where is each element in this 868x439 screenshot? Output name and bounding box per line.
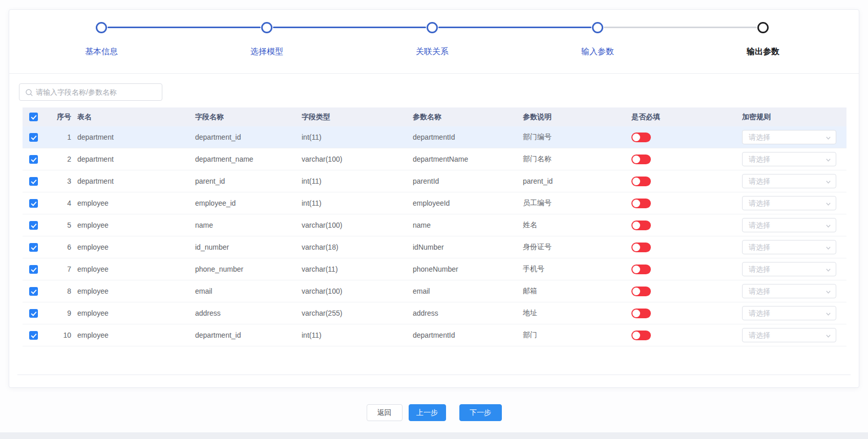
step-circle-icon <box>427 22 438 33</box>
cell-param-name: phoneNumber <box>413 265 523 273</box>
step-circle-icon <box>592 22 603 33</box>
select-all-checkbox[interactable] <box>29 113 38 121</box>
chevron-down-icon <box>825 179 831 185</box>
cell-param-desc: parent_id <box>523 177 631 185</box>
col-header-index: 序号 <box>53 113 77 122</box>
chevron-down-icon <box>825 201 831 207</box>
required-toggle[interactable] <box>631 221 651 230</box>
cell-table-name: employee <box>77 221 195 229</box>
row-checkbox[interactable] <box>29 155 38 164</box>
required-toggle[interactable] <box>631 133 651 142</box>
cell-field-name: name <box>195 221 302 229</box>
select-placeholder: 请选择 <box>749 287 770 296</box>
cell-table-name: employee <box>77 331 195 339</box>
page: 基本信息选择模型关联关系输入参数输出参数 序号 表名 字段名称 字段类型 参数名… <box>0 0 868 439</box>
required-toggle[interactable] <box>631 155 651 164</box>
encrypt-rule-select[interactable]: 请选择 <box>742 262 836 276</box>
cell-field-name: employee_id <box>195 199 302 207</box>
required-toggle[interactable] <box>631 199 651 208</box>
required-toggle[interactable] <box>631 243 651 252</box>
encrypt-rule-select[interactable]: 请选择 <box>742 196 836 210</box>
step-label: 关联关系 <box>401 47 463 57</box>
cell-index: 3 <box>53 177 77 185</box>
encrypt-rule-select[interactable]: 请选择 <box>742 152 836 166</box>
row-checkbox[interactable] <box>29 177 38 186</box>
table-row: 8employeeemailvarchar(100)email邮箱请选择 <box>23 280 846 302</box>
encrypt-rule-select[interactable]: 请选择 <box>742 240 836 254</box>
cell-param-name: name <box>413 221 523 229</box>
wizard-card: 基本信息选择模型关联关系输入参数输出参数 序号 表名 字段名称 字段类型 参数名… <box>9 9 859 388</box>
cell-field-name: id_number <box>195 243 302 251</box>
row-checkbox[interactable] <box>29 287 38 296</box>
cell-index: 1 <box>53 133 77 141</box>
select-placeholder: 请选择 <box>749 133 770 142</box>
cell-table-name: employee <box>77 287 195 295</box>
search-input[interactable] <box>36 84 159 100</box>
cell-table-name: department <box>77 133 195 141</box>
back-button[interactable]: 返回 <box>367 404 403 421</box>
cell-param-name: address <box>413 309 523 317</box>
previous-step-button[interactable]: 上一步 <box>409 404 446 421</box>
table-header-row: 序号 表名 字段名称 字段类型 参数名称 参数说明 是否必填 加密规则 <box>23 107 846 126</box>
row-checkbox[interactable] <box>29 309 38 318</box>
cell-param-name: employeeId <box>413 199 523 207</box>
select-placeholder: 请选择 <box>749 265 770 274</box>
encrypt-rule-select[interactable]: 请选择 <box>742 174 836 188</box>
cell-param-name: parentId <box>413 177 523 185</box>
next-step-button[interactable]: 下一步 <box>459 404 502 421</box>
select-placeholder: 请选择 <box>749 243 770 252</box>
chevron-down-icon <box>825 157 831 163</box>
cell-table-name: employee <box>77 243 195 251</box>
cell-field-type: varchar(18) <box>302 243 413 251</box>
required-toggle[interactable] <box>631 309 651 318</box>
required-toggle[interactable] <box>631 265 651 274</box>
step-connector <box>604 27 757 28</box>
row-checkbox[interactable] <box>29 133 38 142</box>
row-checkbox[interactable] <box>29 243 38 252</box>
cell-table-name: department <box>77 177 195 185</box>
required-toggle[interactable] <box>631 177 651 186</box>
row-checkbox[interactable] <box>29 265 38 274</box>
cell-field-type: int(11) <box>302 199 413 207</box>
select-placeholder: 请选择 <box>749 331 770 340</box>
cell-field-name: department_name <box>195 155 302 163</box>
encrypt-rule-select[interactable]: 请选择 <box>742 130 836 144</box>
chevron-down-icon <box>825 245 831 251</box>
table-row: 1departmentdepartment_idint(11)departmen… <box>23 126 846 148</box>
chevron-down-icon <box>825 223 831 229</box>
encrypt-rule-select[interactable]: 请选择 <box>742 218 836 232</box>
row-checkbox[interactable] <box>29 221 38 230</box>
col-header-param-desc: 参数说明 <box>523 113 631 122</box>
cell-index: 2 <box>53 155 77 163</box>
cell-field-name: department_id <box>195 331 302 339</box>
cell-field-type: int(11) <box>302 133 413 141</box>
select-placeholder: 请选择 <box>749 199 770 208</box>
required-toggle[interactable] <box>631 331 651 340</box>
step-circle-icon <box>261 22 272 33</box>
cell-param-desc: 员工编号 <box>523 199 631 208</box>
cell-param-desc: 手机号 <box>523 265 631 274</box>
encrypt-rule-select[interactable]: 请选择 <box>742 328 836 342</box>
step-label: 基本信息 <box>71 47 132 57</box>
step-label: 输出参数 <box>732 47 794 57</box>
required-toggle[interactable] <box>631 287 651 296</box>
row-checkbox[interactable] <box>29 199 38 208</box>
cell-param-desc: 身份证号 <box>523 243 631 252</box>
step-label: 选择模型 <box>236 47 298 57</box>
cell-field-name: phone_number <box>195 265 302 273</box>
cell-table-name: employee <box>77 265 195 273</box>
cell-param-desc: 地址 <box>523 309 631 318</box>
encrypt-rule-select[interactable]: 请选择 <box>742 306 836 320</box>
params-table: 序号 表名 字段名称 字段类型 参数名称 参数说明 是否必填 加密规则 1dep… <box>23 107 846 375</box>
table-row: 9employeeaddressvarchar(255)address地址请选择 <box>23 302 846 324</box>
table-row: 7employeephone_numbervarchar(11)phoneNum… <box>23 258 846 280</box>
cell-param-desc: 部门名称 <box>523 155 631 164</box>
cell-index: 4 <box>53 199 77 207</box>
step-connector <box>438 27 591 28</box>
table-row: 5employeenamevarchar(100)name姓名请选择 <box>23 214 846 236</box>
cell-table-name: employee <box>77 309 195 317</box>
search-box[interactable] <box>19 83 162 101</box>
encrypt-rule-select[interactable]: 请选择 <box>742 284 836 298</box>
row-checkbox[interactable] <box>29 331 38 340</box>
col-header-field-name: 字段名称 <box>195 113 302 122</box>
